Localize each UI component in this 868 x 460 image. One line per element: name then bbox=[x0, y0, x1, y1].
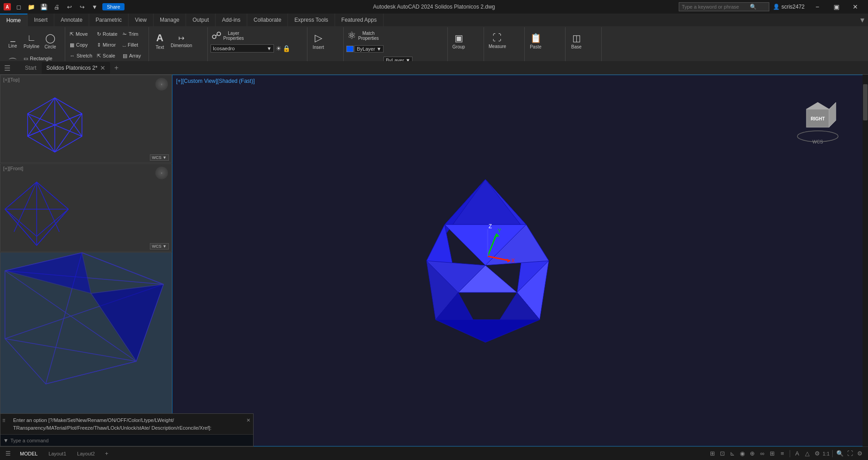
polar-icon[interactable]: ◉ bbox=[738, 449, 747, 458]
annotation-icon[interactable]: A bbox=[793, 449, 802, 458]
search-box[interactable]: 🔍 bbox=[679, 2, 769, 11]
tab-annotate[interactable]: Annotate bbox=[54, 14, 89, 26]
annotation-scale-icon[interactable]: △ bbox=[803, 449, 812, 458]
search-icon[interactable]: 🔍 bbox=[750, 4, 757, 10]
match-properties-button[interactable]: ⚛ MatchProperties bbox=[346, 29, 380, 43]
new-tab-button[interactable]: + bbox=[111, 62, 122, 73]
trim-button[interactable]: ✁ Trim bbox=[121, 29, 146, 39]
tab-active-doc[interactable]: Solidos Platonicos 2* ✕ bbox=[42, 62, 110, 74]
ortho-icon[interactable]: ⊾ bbox=[728, 449, 737, 458]
view-cube-main[interactable]: RIGHT WCS bbox=[795, 98, 840, 143]
stretch-button[interactable]: ↔ Stretch bbox=[68, 51, 94, 61]
view-cube-gizmo-front[interactable]: ▫ bbox=[155, 167, 168, 179]
color-dropdown[interactable]: ByLayer ▼ bbox=[355, 45, 384, 53]
tab-parametric[interactable]: Parametric bbox=[89, 14, 129, 26]
circle-button[interactable]: ◯ Circle bbox=[42, 29, 58, 53]
mirror-button[interactable]: ⇕ Mirror bbox=[95, 40, 120, 50]
save-button[interactable]: 💾 bbox=[39, 2, 49, 12]
hamburger-status[interactable]: ☰ bbox=[4, 449, 13, 458]
tab-addins[interactable]: Add-ins bbox=[216, 14, 247, 26]
close-button[interactable]: ✕ bbox=[846, 0, 864, 14]
polyline-button[interactable]: ∟ Polyline bbox=[22, 29, 41, 53]
scale-label[interactable]: 1:1 bbox=[823, 451, 830, 456]
redo-button[interactable]: ↪ bbox=[77, 2, 87, 12]
minimize-button[interactable]: − bbox=[808, 0, 826, 14]
dynamic-input-icon[interactable]: ⊞ bbox=[768, 449, 777, 458]
tab-bar: ☰ Start Solidos Platonicos 2* ✕ + bbox=[0, 61, 868, 75]
qat-more[interactable]: ▼ bbox=[90, 2, 100, 12]
open-button[interactable]: 📁 bbox=[26, 2, 36, 12]
scale-button[interactable]: ⇱ Scale bbox=[95, 51, 120, 61]
match-properties-label: MatchProperties bbox=[358, 31, 379, 41]
line-button[interactable]: ⎯ Line bbox=[5, 29, 21, 53]
model-tab[interactable]: MODEL bbox=[16, 450, 41, 457]
add-layout-icon[interactable]: + bbox=[102, 449, 111, 458]
tab-manage[interactable]: Manage bbox=[153, 14, 186, 26]
stretch-icon: ↔ bbox=[70, 53, 75, 58]
move-icon: ⇱ bbox=[70, 31, 74, 37]
tab-start[interactable]: Start bbox=[20, 62, 41, 74]
user-info: 👤 scris2472 bbox=[773, 4, 805, 10]
tab-featured[interactable]: Featured Apps bbox=[335, 14, 384, 26]
nav-buttons: ☰ bbox=[3, 63, 12, 72]
layer-dropdown-arrow: ▼ bbox=[267, 46, 272, 51]
paste-button[interactable]: 📋 Paste bbox=[528, 29, 544, 53]
copy-button[interactable]: ▦ Copy bbox=[68, 40, 94, 50]
ribbon-toggle[interactable]: ▾ bbox=[857, 14, 868, 26]
rotate-button[interactable]: ↻ Rotate bbox=[95, 29, 120, 39]
color-swatch bbox=[346, 46, 354, 52]
mirror-label: Mirror bbox=[103, 42, 116, 48]
share-button[interactable]: Share bbox=[102, 3, 125, 10]
snap-icon[interactable]: ⊡ bbox=[718, 449, 727, 458]
tab-insert[interactable]: Insert bbox=[28, 14, 54, 26]
otrack-icon[interactable]: ∞ bbox=[758, 449, 767, 458]
hamburger-menu[interactable]: ☰ bbox=[3, 63, 12, 72]
layer-properties-button[interactable]: ☍ LayerProperties bbox=[211, 29, 245, 43]
layer-dropdown[interactable]: Icosaedro ▼ bbox=[211, 44, 274, 53]
fullscreen-icon[interactable]: ⛶ bbox=[845, 449, 854, 458]
tab-express[interactable]: Express Tools bbox=[288, 14, 335, 26]
svg-text:X: X bbox=[511, 258, 515, 264]
circle-icon: ◯ bbox=[45, 33, 55, 43]
tab-output[interactable]: Output bbox=[186, 14, 216, 26]
cmd-close-btn[interactable]: ✕ bbox=[246, 417, 250, 424]
tab-collaborate[interactable]: Collaborate bbox=[247, 14, 288, 26]
search-status-icon[interactable]: 🔍 bbox=[835, 449, 844, 458]
fillet-label: Fillet bbox=[128, 42, 138, 48]
layer-lock-icon[interactable]: 🔒 bbox=[283, 45, 290, 52]
measure-button[interactable]: ⛶ Measure bbox=[487, 29, 508, 53]
workspace-icon[interactable]: ⚙ bbox=[813, 449, 822, 458]
new-button[interactable]: ◻ bbox=[14, 2, 24, 12]
layer-sun-icon[interactable]: ☀ bbox=[276, 45, 282, 52]
base-button[interactable]: ◫ Base bbox=[568, 29, 585, 53]
group-button[interactable]: ▣ Group bbox=[451, 29, 467, 53]
close-tab-icon[interactable]: ✕ bbox=[100, 64, 106, 72]
command-input[interactable] bbox=[10, 438, 250, 443]
layer-name: Icosaedro bbox=[213, 46, 235, 51]
search-input[interactable] bbox=[682, 4, 750, 10]
base-label: Base bbox=[571, 44, 582, 49]
insert-button[interactable]: ▷ Insert bbox=[310, 29, 326, 53]
osnap-icon[interactable]: ⊕ bbox=[748, 449, 757, 458]
text-button[interactable]: A Text bbox=[152, 29, 168, 53]
print-button[interactable]: 🖨 bbox=[52, 2, 62, 12]
viewport-label: [+][Custom View][Shaded (Fast)] bbox=[176, 78, 255, 84]
grid-icon[interactable]: ⊞ bbox=[708, 449, 717, 458]
undo-button[interactable]: ↩ bbox=[64, 2, 74, 12]
fillet-button[interactable]: ⎵ Fillet bbox=[121, 40, 146, 50]
dimension-button[interactable]: ↦ Dimension bbox=[169, 29, 194, 53]
lw-icon[interactable]: ≡ bbox=[778, 449, 787, 458]
array-button[interactable]: ▤ Array bbox=[121, 51, 146, 61]
move-button[interactable]: ⇱ Move bbox=[68, 29, 94, 39]
layout1-tab[interactable]: Layout1 bbox=[45, 450, 70, 457]
utilities-tools: ⛶ Measure bbox=[486, 28, 523, 59]
tab-home[interactable]: Home bbox=[0, 14, 28, 26]
maximize-button[interactable]: ▣ bbox=[827, 0, 845, 14]
text-label: Text bbox=[156, 45, 164, 50]
tab-view[interactable]: View bbox=[129, 14, 153, 26]
layout2-tab[interactable]: Layout2 bbox=[73, 450, 98, 457]
settings-icon[interactable]: ⚙ bbox=[855, 449, 864, 458]
right-scrollbar[interactable] bbox=[863, 75, 868, 446]
view-cube-gizmo-top[interactable]: ▫ bbox=[155, 78, 168, 91]
scroll-thumb[interactable] bbox=[863, 84, 868, 120]
